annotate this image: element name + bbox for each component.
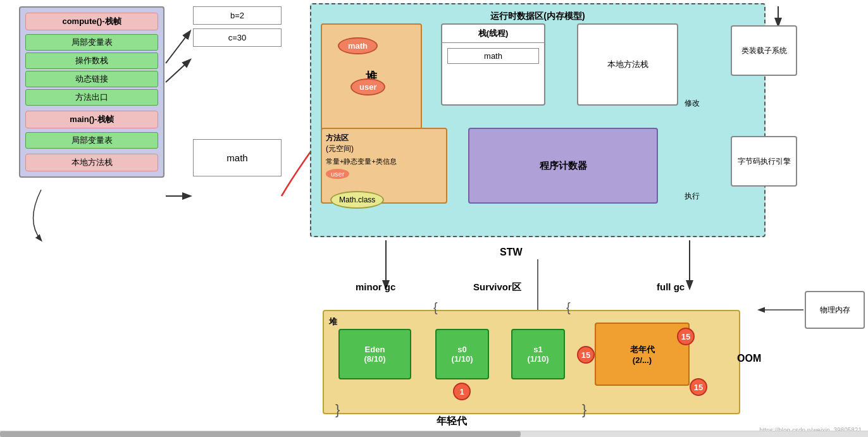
method-area-sub: (元空间) — [326, 144, 442, 154]
bytecode-engine-box: 字节码执行引擎 — [731, 136, 797, 187]
class-loader-label: 类装载子系统 — [741, 46, 787, 56]
scrollbar-thumb[interactable] — [0, 431, 521, 437]
survivor-brace-left: { — [433, 300, 438, 315]
modify-label: 修改 — [685, 98, 700, 109]
bytecode-engine-label: 字节码执行引擎 — [738, 156, 791, 167]
oom-label: OOM — [737, 353, 761, 364]
middle-column: b=2 c=30 math — [193, 6, 282, 176]
runtime-title: 运行时数据区(内存模型) — [318, 11, 758, 22]
heap-bottom-title: 堆 — [329, 317, 337, 326]
program-counter-label: 程序计数器 — [540, 160, 587, 172]
stack-thread-box: 栈(线程) math — [441, 23, 545, 106]
old-gen-sub: (2/...) — [633, 355, 652, 365]
native-method-stack-label: 本地方法栈 — [607, 59, 648, 70]
s1-label: s1 — [533, 345, 542, 354]
main-local-vars-box: 局部变量表 — [25, 132, 158, 149]
survivor-label: Survivor区 — [473, 281, 521, 293]
math-oval: math — [338, 37, 378, 54]
op-stack-box: 操作数栈 — [25, 52, 158, 69]
svg-line-0 — [166, 32, 190, 63]
old-gen-label: 老年代 — [630, 344, 655, 355]
compute-frame-section: 局部变量表 操作数栈 动态链接 方法出口 — [25, 34, 158, 106]
s0-label: s0 — [457, 345, 466, 354]
b-value-box: b=2 — [193, 6, 282, 25]
s0-sub: (1/10) — [452, 354, 473, 364]
stack-thread-title: 栈(线程) — [442, 25, 544, 43]
s0-num-circle: 1 — [453, 383, 471, 400]
young-gen-label: 年轻代 — [437, 415, 467, 428]
program-counter-box: 程序计数器 — [468, 128, 658, 204]
num15-circle-1: 15 — [577, 346, 595, 364]
eden-box: Eden (8/10) — [338, 329, 411, 379]
full-gc-label: full gc — [657, 281, 685, 292]
young-gen-brace-left: } — [335, 403, 340, 420]
svg-line-1 — [166, 60, 190, 82]
eden-sub: (8/10) — [364, 354, 386, 364]
method-area-box: 方法区 (元空间) 常量+静态变量+类信息 user — [321, 128, 447, 204]
native-method-stack-box: 本地方法栈 — [577, 23, 678, 106]
compute-frame: compute()-栈帧 — [25, 13, 158, 30]
user-oval: user — [350, 78, 385, 95]
survivor-brace-right: } — [566, 300, 571, 315]
eden-label: Eden — [365, 345, 385, 354]
method-area-title: 方法区 — [326, 133, 442, 144]
math-label-box: math — [193, 139, 282, 176]
s0-box: s0 (1/10) — [435, 329, 489, 379]
execute-label: 执行 — [685, 191, 700, 202]
s1-box: s1 (1/10) — [511, 329, 565, 379]
num15-circle-2: 15 — [677, 328, 695, 345]
physical-mem-box: 物理内存 — [805, 291, 865, 329]
stw-label: STW — [500, 247, 523, 258]
user-tag-method: user — [326, 169, 349, 179]
runtime-area: 运行时数据区(内存模型) 堆 math user 栈(线程) math 本地方法… — [310, 3, 766, 237]
diagram-container: compute()-栈帧 局部变量表 操作数栈 动态链接 方法出口 main()… — [0, 0, 868, 437]
s1-sub: (1/10) — [528, 354, 549, 364]
main-frame-section: 局部变量表 — [25, 132, 158, 149]
left-native-method: 本地方法栈 — [25, 154, 158, 171]
old-gen-box: 老年代 (2/...) — [595, 323, 690, 386]
c-value-box: c=30 — [193, 28, 282, 47]
method-area-desc: 常量+静态变量+类信息 — [326, 157, 442, 166]
minor-gc-label: minor gc — [356, 281, 395, 292]
scrollbar[interactable] — [0, 431, 868, 437]
dynamic-link-box: 动态链接 — [25, 71, 158, 87]
num15-circle-3: 15 — [690, 378, 707, 396]
young-gen-brace-right: { — [582, 403, 586, 420]
math-class-oval: Math.class — [330, 191, 384, 209]
main-frame: main()-栈帧 — [25, 111, 158, 128]
physical-mem-label: 物理内存 — [820, 305, 850, 316]
local-vars-box: 局部变量表 — [25, 34, 158, 51]
math-inner-box: math — [447, 48, 539, 64]
class-loader-box: 类装载子系统 — [731, 25, 797, 76]
method-exit-box: 方法出口 — [25, 89, 158, 106]
left-panel: compute()-栈帧 局部变量表 操作数栈 动态链接 方法出口 main()… — [19, 6, 164, 178]
